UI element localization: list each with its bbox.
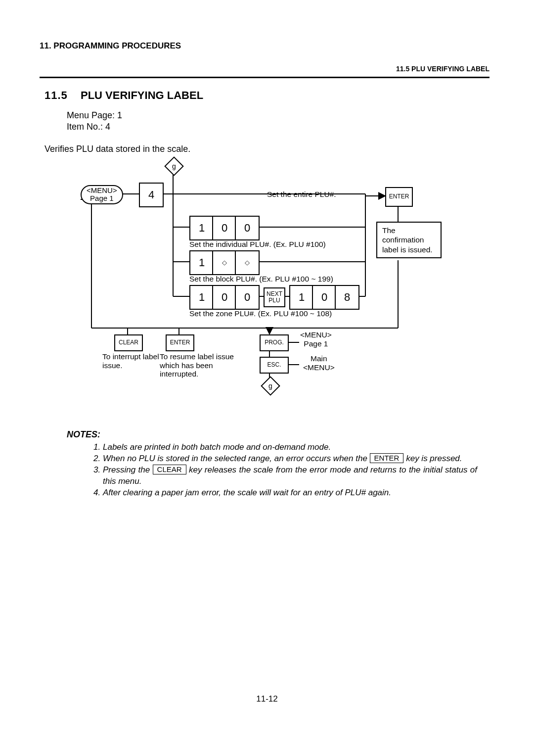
item-no-line: Item No.: 4 [67, 121, 490, 133]
key-0-c1[interactable]: 0 [212, 285, 237, 310]
note-2-post: key is pressed. [406, 454, 462, 463]
key-1-a[interactable]: 1 [189, 216, 214, 240]
row2-label: Set the individual PLU#. (Ex. PLU #100) [189, 240, 326, 249]
notes-heading: NOTES: [67, 429, 490, 440]
enter-key-2[interactable]: ENTER [166, 334, 194, 351]
clear-inline-key: CLEAR [153, 465, 186, 475]
menu-page-pill: <MENU> Page 1 [81, 185, 123, 204]
section-number: 11.5 [44, 89, 68, 101]
key-0-a1[interactable]: 0 [212, 216, 237, 240]
section-description: Verifies PLU data stored in the scale. [44, 144, 490, 154]
clear-key[interactable]: CLEAR [114, 334, 143, 351]
key-1-b[interactable]: 1 [189, 250, 214, 275]
enter-inline-key: ENTER [370, 453, 404, 464]
row1-label: Set the entire PLU#. [267, 190, 336, 199]
prog-label: <MENU> Page 1 [300, 331, 332, 348]
note-1: Labels are printed in both batch mode an… [103, 442, 477, 453]
enter-key[interactable]: ENTER [385, 187, 413, 207]
esc-label: Main <MENU> [303, 354, 335, 372]
esc-key[interactable]: ESC. [260, 357, 289, 374]
key-1-c[interactable]: 1 [189, 285, 214, 310]
header-corner: 11.5 PLU VERIFYING LABEL [40, 65, 490, 73]
note-2-pre: When no PLU is stored in the selected ra… [103, 454, 367, 463]
section-heading: 11.5 PLU VERIFYING LABEL [44, 89, 490, 102]
key-diamond-1[interactable]: ◇ [212, 250, 237, 275]
key-4[interactable]: 4 [139, 183, 164, 207]
note-4: After clearing a paper jam error, the sc… [103, 487, 477, 499]
enter2-note: To resume label issue which has been int… [160, 352, 254, 378]
section-title: PLU VERIFYING LABEL [81, 89, 203, 101]
note-2: When no PLU is stored in the selected ra… [103, 453, 477, 465]
note-3-pre: Pressing the [103, 465, 150, 474]
prog-key[interactable]: PROG. [260, 334, 289, 351]
flow-diagram: g <MENU> Page 1 4 Set the entire PLU#. 1… [62, 157, 452, 395]
key-0-d[interactable]: 0 [312, 285, 337, 310]
key-0-c2[interactable]: 0 [235, 285, 260, 310]
row3-label: Set the block PLU#. (Ex. PLU #100 ~ 199) [189, 275, 333, 284]
notes-list: Labels are printed in both batch mode an… [83, 442, 477, 499]
chapter-header: 11. PROGRAMMING PROCEDURES [40, 41, 490, 51]
divider [40, 77, 490, 78]
section-meta: Menu Page: 1 Item No.: 4 [67, 110, 490, 133]
menu-page-line: Menu Page: 1 [67, 110, 490, 121]
note-3: Pressing the CLEAR key releases the scal… [103, 465, 477, 487]
key-0-a2[interactable]: 0 [235, 216, 260, 240]
row4-label: Set the zone PLU#. (Ex. PLU #100 ~ 108) [189, 309, 332, 318]
key-8-d[interactable]: 8 [335, 285, 359, 310]
page-number: 11-12 [0, 694, 534, 704]
clear-note: To interrupt label issue. [102, 352, 162, 370]
key-1-d[interactable]: 1 [289, 285, 314, 310]
confirmation-box: The confirmation label is issued. [376, 222, 442, 258]
key-diamond-2[interactable]: ◇ [235, 250, 260, 275]
next-plu-key[interactable]: NEXT PLU [264, 287, 285, 307]
